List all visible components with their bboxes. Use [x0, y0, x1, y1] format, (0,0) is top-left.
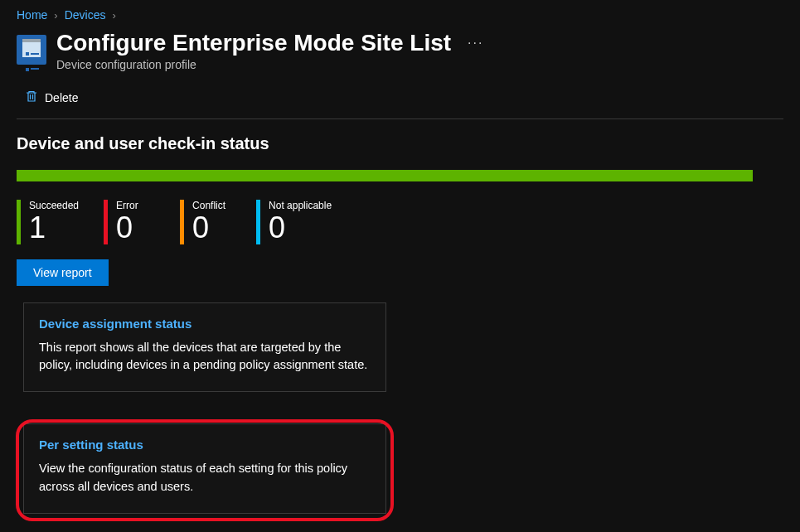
- card-per-setting-status[interactable]: Per setting status View the configuratio…: [23, 423, 386, 514]
- card-device-assignment-desc: This report shows all the devices that a…: [39, 339, 371, 375]
- metric-not-applicable: Not applicable 0: [256, 200, 332, 244]
- profile-icon: [17, 35, 46, 65]
- status-metrics: Succeeded 1 Error 0 Conflict 0 Not appli…: [17, 200, 783, 244]
- card-device-assignment-title: Device assignment status: [39, 317, 371, 331]
- page-subtitle: Device configuration profile: [56, 58, 483, 71]
- breadcrumb-devices[interactable]: Devices: [65, 8, 106, 22]
- metric-conflict: Conflict 0: [180, 200, 231, 244]
- card-device-assignment-status[interactable]: Device assignment status This report sho…: [23, 302, 386, 393]
- metric-succeeded-value: 1: [29, 211, 79, 244]
- more-actions-button[interactable]: ···: [468, 36, 483, 51]
- chevron-right-icon: ›: [113, 9, 116, 22]
- breadcrumb-home[interactable]: Home: [17, 8, 47, 22]
- metric-conflict-value: 0: [192, 211, 231, 244]
- view-report-button[interactable]: View report: [17, 259, 109, 286]
- metric-na-label: Not applicable: [269, 200, 332, 211]
- metric-error-value: 0: [116, 211, 155, 244]
- breadcrumb: Home › Devices ›: [17, 8, 783, 22]
- chevron-right-icon: ›: [54, 9, 57, 22]
- metric-succeeded: Succeeded 1: [17, 200, 79, 244]
- metric-conflict-label: Conflict: [192, 200, 231, 211]
- page-header: Configure Enterprise Mode Site List ··· …: [17, 30, 783, 71]
- metric-error-label: Error: [116, 200, 155, 211]
- metric-error: Error 0: [104, 200, 155, 244]
- metric-na-value: 0: [269, 211, 332, 244]
- card-per-setting-title: Per setting status: [39, 438, 371, 452]
- trash-icon: [25, 89, 38, 105]
- page-title: Configure Enterprise Mode Site List: [56, 30, 451, 56]
- card-per-setting-desc: View the configuration status of each se…: [39, 460, 371, 496]
- metric-succeeded-label: Succeeded: [29, 200, 79, 211]
- status-progress-bar: [17, 170, 753, 181]
- status-section-title: Device and user check-in status: [17, 134, 783, 153]
- delete-button[interactable]: Delete: [22, 86, 81, 109]
- delete-label: Delete: [45, 91, 78, 104]
- command-bar: Delete: [17, 83, 783, 119]
